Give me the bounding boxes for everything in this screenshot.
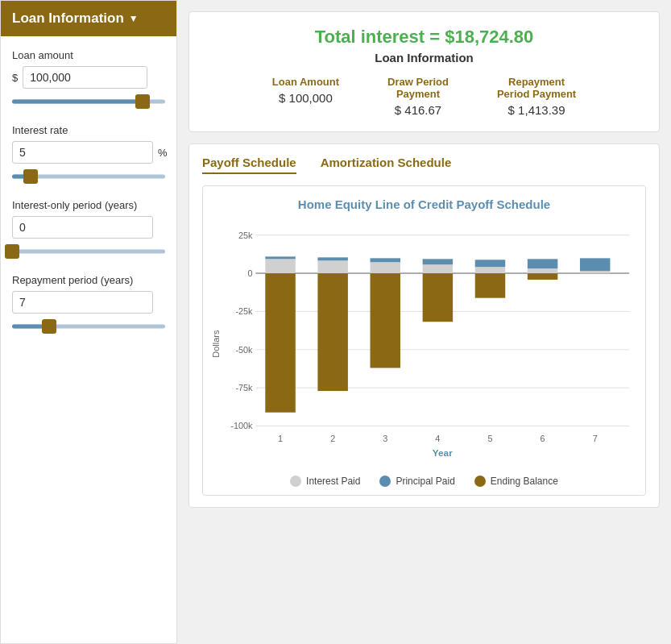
svg-text:4: 4 bbox=[435, 434, 440, 443]
legend-interest-paid-label: Interest Paid bbox=[306, 476, 360, 487]
chart-inner: 25k 0 -25k -50k -75k -100k bbox=[224, 219, 637, 469]
schedule-card: Payoff Schedule Amortization Schedule Ho… bbox=[188, 143, 660, 508]
svg-rect-29 bbox=[528, 259, 557, 268]
svg-rect-19 bbox=[371, 262, 400, 273]
legend-principal-paid: Principal Paid bbox=[379, 476, 454, 487]
repayment-period-payment-label: RepaymentPeriod Payment bbox=[497, 76, 576, 100]
svg-text:-25k: -25k bbox=[235, 306, 253, 316]
svg-rect-14 bbox=[265, 256, 295, 259]
svg-rect-16 bbox=[317, 260, 347, 273]
svg-rect-13 bbox=[265, 259, 295, 273]
svg-text:-50k: -50k bbox=[235, 345, 253, 355]
left-panel: Loan Information ▼ Loan amount $ Interes… bbox=[0, 0, 177, 644]
svg-text:-75k: -75k bbox=[235, 383, 253, 393]
loan-amount-input[interactable] bbox=[23, 66, 147, 89]
svg-rect-18 bbox=[317, 273, 347, 391]
legend-principal-paid-dot bbox=[379, 476, 391, 487]
interest-only-period-group: Interest-only period (years) bbox=[12, 199, 165, 260]
draw-period-label: Draw PeriodPayment bbox=[387, 76, 449, 100]
panel-body: Loan amount $ Interest rate % bbox=[1, 36, 176, 362]
svg-rect-17 bbox=[317, 257, 347, 260]
repayment-period-input[interactable] bbox=[12, 291, 153, 314]
panel-header-label: Loan Information bbox=[12, 10, 124, 27]
draw-period-value: $ 416.67 bbox=[387, 103, 449, 117]
chart-area: Dollars bbox=[211, 219, 637, 469]
interest-only-period-label: Interest-only period (years) bbox=[12, 199, 165, 211]
total-interest: Total interest = $18,724.80 bbox=[205, 27, 643, 48]
chart-title: Home Equity Line of Credit Payoff Schedu… bbox=[211, 197, 637, 211]
svg-text:-100k: -100k bbox=[230, 421, 253, 430]
svg-text:25k: 25k bbox=[238, 231, 253, 240]
legend-interest-paid: Interest Paid bbox=[290, 476, 360, 487]
legend-ending-balance-label: Ending Balance bbox=[491, 476, 558, 487]
right-panel: Total interest = $18,724.80 Loan Informa… bbox=[177, 0, 671, 644]
interest-only-period-input[interactable] bbox=[12, 216, 153, 239]
svg-rect-27 bbox=[475, 273, 505, 298]
loan-info-title: Loan Information bbox=[205, 51, 643, 64]
interest-rate-suffix: % bbox=[158, 147, 168, 159]
legend-ending-balance-dot bbox=[474, 476, 486, 487]
svg-rect-30 bbox=[528, 273, 557, 280]
interest-rate-input[interactable] bbox=[12, 141, 153, 164]
svg-rect-25 bbox=[475, 267, 505, 273]
svg-text:Year: Year bbox=[433, 447, 453, 459]
loan-amount-detail-value: $ 100,000 bbox=[272, 91, 339, 105]
legend-ending-balance: Ending Balance bbox=[474, 476, 558, 487]
svg-rect-23 bbox=[423, 259, 453, 264]
tab-amortization-schedule[interactable]: Amortization Schedule bbox=[321, 156, 452, 174]
interest-rate-slider[interactable] bbox=[12, 168, 165, 185]
loan-detail-draw: Draw PeriodPayment $ 416.67 bbox=[387, 76, 449, 117]
chart-svg: 25k 0 -25k -50k -75k -100k bbox=[224, 219, 637, 466]
loan-amount-prefix: $ bbox=[12, 72, 18, 84]
svg-text:0: 0 bbox=[247, 268, 252, 278]
chart-container: Home Equity Line of Credit Payoff Schedu… bbox=[202, 185, 646, 496]
legend-principal-paid-label: Principal Paid bbox=[396, 476, 454, 487]
info-card: Total interest = $18,724.80 Loan Informa… bbox=[188, 11, 660, 132]
interest-rate-label: Interest rate bbox=[12, 124, 165, 136]
legend-interest-paid-dot bbox=[290, 476, 301, 487]
loan-amount-slider[interactable] bbox=[12, 93, 165, 110]
svg-text:2: 2 bbox=[330, 434, 335, 443]
svg-rect-24 bbox=[423, 273, 453, 322]
loan-detail-amount: Loan Amount $ 100,000 bbox=[272, 76, 339, 117]
svg-text:5: 5 bbox=[487, 434, 492, 443]
svg-rect-21 bbox=[371, 273, 400, 368]
repayment-period-slider[interactable] bbox=[12, 318, 165, 334]
loan-amount-detail-label: Loan Amount bbox=[272, 76, 339, 88]
svg-rect-22 bbox=[423, 264, 453, 273]
repayment-period-group: Repayment period (years) bbox=[12, 274, 165, 334]
svg-rect-28 bbox=[528, 268, 557, 273]
repayment-period-payment-value: $ 1,413.39 bbox=[497, 103, 576, 117]
tab-payoff-schedule[interactable]: Payoff Schedule bbox=[202, 156, 296, 174]
svg-text:1: 1 bbox=[278, 434, 283, 443]
svg-rect-20 bbox=[371, 258, 400, 262]
interest-rate-group: Interest rate % bbox=[12, 124, 165, 185]
y-axis-label: Dollars bbox=[211, 219, 221, 469]
svg-rect-31 bbox=[580, 271, 610, 273]
schedule-tabs: Payoff Schedule Amortization Schedule bbox=[202, 156, 646, 174]
repayment-period-label: Repayment period (years) bbox=[12, 274, 165, 286]
svg-text:6: 6 bbox=[541, 434, 545, 443]
chevron-down-icon: ▼ bbox=[129, 13, 139, 24]
panel-header[interactable]: Loan Information ▼ bbox=[1, 1, 176, 36]
loan-amount-label: Loan amount bbox=[12, 49, 165, 61]
chart-legend: Interest Paid Principal Paid Ending Bala… bbox=[211, 476, 637, 487]
loan-detail-repayment: RepaymentPeriod Payment $ 1,413.39 bbox=[497, 76, 576, 117]
svg-text:7: 7 bbox=[593, 434, 598, 443]
svg-rect-26 bbox=[475, 260, 505, 267]
svg-rect-32 bbox=[580, 258, 610, 271]
svg-text:3: 3 bbox=[383, 434, 387, 443]
loan-details-row: Loan Amount $ 100,000 Draw PeriodPayment… bbox=[205, 76, 643, 117]
loan-amount-group: Loan amount $ bbox=[12, 49, 165, 110]
interest-only-period-slider[interactable] bbox=[12, 243, 165, 260]
svg-rect-15 bbox=[265, 273, 295, 413]
